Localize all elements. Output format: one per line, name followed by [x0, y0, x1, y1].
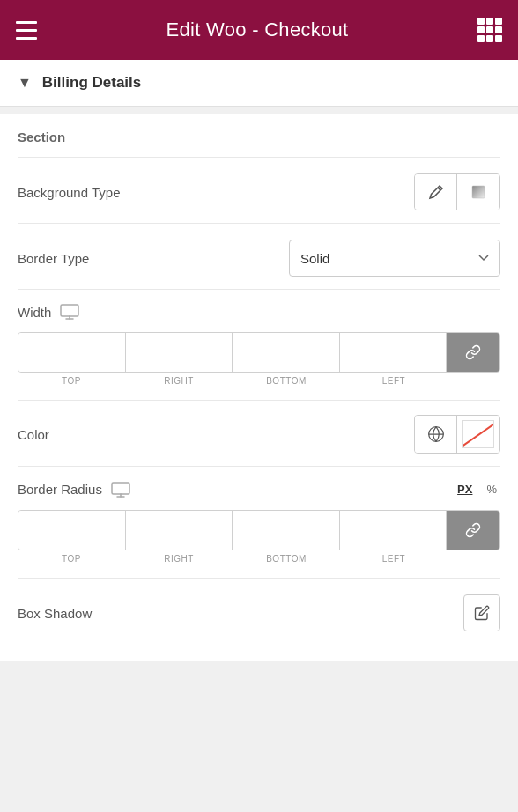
box-shadow-label: Box Shadow: [18, 606, 92, 621]
color-label: Color: [18, 427, 49, 442]
color-slash: [462, 423, 494, 448]
svg-rect-3: [112, 483, 130, 494]
width-label: Width: [18, 305, 51, 320]
monitor-icon[interactable]: [60, 304, 79, 320]
border-radius-left-label: LEFT: [340, 554, 448, 564]
border-radius-bottom-label: BOTTOM: [233, 554, 340, 564]
border-radius-top-input[interactable]: [18, 511, 125, 550]
color-row: Color: [18, 401, 500, 467]
billing-details-title: Billing Details: [42, 74, 141, 92]
width-left-cell: [340, 333, 448, 372]
width-top-input[interactable]: [18, 333, 125, 372]
hamburger-icon[interactable]: [16, 18, 37, 42]
link-icon: [465, 344, 481, 360]
width-bottom-cell: [233, 333, 340, 372]
border-radius-header: Border Radius PX %: [18, 481, 500, 498]
border-radius-link-button[interactable]: [447, 511, 500, 550]
unit-px-button[interactable]: PX: [454, 481, 476, 498]
width-top-cell: [18, 333, 126, 372]
border-radius-label: Border Radius: [18, 482, 102, 497]
width-left-label: LEFT: [340, 376, 448, 386]
width-right-cell: [126, 333, 233, 372]
globe-icon: [427, 425, 445, 443]
width-sub-labels: TOP RIGHT BOTTOM LEFT: [18, 376, 500, 386]
page-title: Edit Woo - Checkout: [166, 18, 348, 41]
width-link-button[interactable]: [447, 333, 500, 372]
border-radius-left: Border Radius: [18, 482, 130, 498]
width-top-label: TOP: [18, 376, 125, 386]
grid-icon[interactable]: [477, 18, 502, 42]
border-radius-sub-labels: TOP RIGHT BOTTOM LEFT: [18, 554, 500, 564]
border-radius-bottom-cell: [233, 511, 340, 550]
app-header: Edit Woo - Checkout: [0, 0, 518, 60]
border-radius-monitor-icon[interactable]: [111, 482, 130, 498]
collapse-arrow-icon: ▼: [18, 75, 32, 91]
bg-type-color-button[interactable]: [415, 174, 457, 210]
width-bottom-input[interactable]: [233, 333, 339, 372]
border-radius-left-input[interactable]: [340, 511, 447, 550]
border-radius-section: Border Radius PX %: [18, 467, 500, 579]
section-label: Section: [18, 114, 500, 158]
box-shadow-row: Box Shadow: [18, 579, 500, 644]
svg-rect-1: [61, 305, 78, 316]
background-type-row: Background Type: [18, 158, 500, 224]
border-radius-top-label: TOP: [18, 554, 125, 564]
border-radius-right-cell: [126, 511, 233, 550]
color-controls-group: [414, 415, 500, 454]
unit-group: PX %: [454, 481, 500, 498]
svg-rect-0: [472, 186, 485, 198]
width-bottom-label: BOTTOM: [233, 376, 340, 386]
border-radius-inputs-group: [18, 510, 500, 550]
background-type-label: Background Type: [18, 185, 120, 200]
main-content: Section Background Type: [0, 114, 518, 661]
border-radius-right-label: RIGHT: [125, 554, 233, 564]
background-type-group: [414, 173, 500, 210]
billing-details-row[interactable]: ▼ Billing Details: [0, 60, 518, 107]
width-inputs-group: [18, 332, 500, 373]
width-header: Width: [18, 304, 500, 320]
width-right-input[interactable]: [126, 333, 233, 372]
color-swatch-button[interactable]: [457, 416, 500, 453]
paint-icon: [427, 183, 445, 201]
border-type-select[interactable]: None Solid Double Dotted Dashed Groove: [289, 240, 500, 277]
border-type-row: Border Type None Solid Double Dotted Das…: [18, 224, 500, 290]
border-radius-link-icon: [465, 522, 481, 538]
pencil-icon: [474, 605, 490, 621]
bg-type-gradient-button[interactable]: [457, 174, 500, 210]
border-radius-bottom-input[interactable]: [233, 511, 339, 550]
width-left-input[interactable]: [340, 333, 447, 372]
border-radius-left-cell: [340, 511, 448, 550]
border-radius-top-cell: [18, 511, 126, 550]
width-section: Width: [18, 290, 500, 401]
color-global-button[interactable]: [415, 416, 457, 453]
unit-percent-button[interactable]: %: [483, 481, 500, 498]
border-radius-right-input[interactable]: [126, 511, 233, 550]
gradient-icon: [470, 183, 487, 201]
box-shadow-edit-button[interactable]: [463, 594, 500, 631]
color-swatch: [462, 420, 494, 448]
width-right-label: RIGHT: [125, 376, 233, 386]
border-type-label: Border Type: [18, 251, 89, 266]
